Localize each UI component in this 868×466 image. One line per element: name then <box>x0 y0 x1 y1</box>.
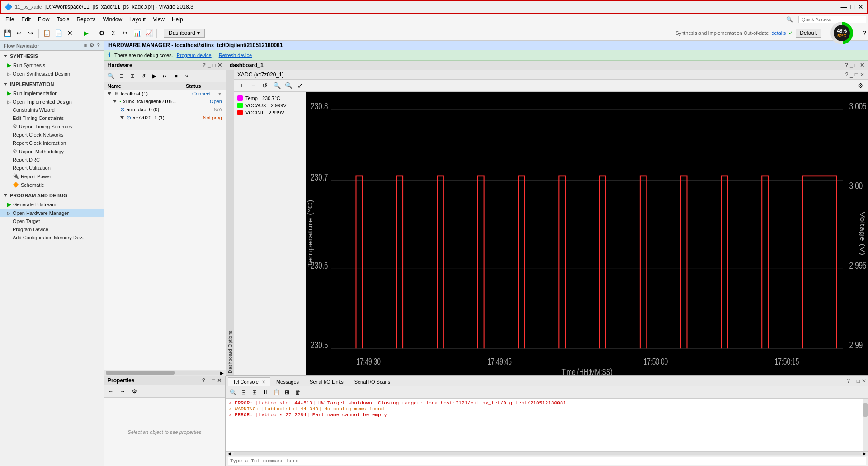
dashboard-help-icon[interactable]: ? <box>845 62 848 68</box>
copy-button[interactable]: 📋 <box>41 28 52 38</box>
report-clock-int-item[interactable]: Report Clock Interaction <box>0 139 104 147</box>
hw-run-button[interactable]: ▶ <box>149 71 159 81</box>
hw-refresh-button[interactable]: ↺ <box>138 71 148 81</box>
xadc-zoom-out-button[interactable]: − <box>248 81 258 90</box>
menu-window[interactable]: Window <box>99 15 126 24</box>
xadc-settings-button[interactable]: ⚙ <box>855 81 865 90</box>
menu-file[interactable]: File <box>2 15 18 24</box>
hw-scrollbar-thumb[interactable] <box>106 371 175 375</box>
report-drc-item[interactable]: Report DRC <box>0 156 104 164</box>
xadc-zoom-in-button[interactable]: + <box>236 81 246 90</box>
xadc-zoom-fit-button[interactable]: 🔍 <box>272 81 282 90</box>
minimize-button[interactable]: — <box>841 3 847 10</box>
hw-search-button[interactable]: 🔍 <box>106 71 116 81</box>
console-search-button[interactable]: 🔍 <box>228 387 238 397</box>
edit-timing-item[interactable]: Edit Timing Constraints <box>0 114 104 122</box>
tab-serial-io-links[interactable]: Serial I/O Links <box>305 377 349 386</box>
report-timing-item[interactable]: ⚙ Report Timing Summary <box>0 122 104 131</box>
hw-minimize-icon[interactable]: _ <box>208 62 211 68</box>
hw-fast-forward-button[interactable]: ⏭ <box>160 71 170 81</box>
menu-help[interactable]: Help <box>168 15 187 24</box>
console-close-icon[interactable]: ✕ <box>862 378 866 384</box>
hw-stop-button[interactable]: ■ <box>171 71 181 81</box>
dashboard-button[interactable]: Dashboard ▾ <box>164 29 205 38</box>
schematic-item[interactable]: 🔶 Schematic <box>0 181 104 189</box>
program-device-item[interactable]: Program Device <box>0 225 104 233</box>
xadc-maximize-icon[interactable]: □ <box>855 71 858 78</box>
close-button[interactable]: ✕ <box>858 3 863 10</box>
props-close-icon[interactable]: ✕ <box>217 377 222 384</box>
quick-access-input[interactable] <box>798 16 866 23</box>
sigma-button[interactable]: Σ <box>108 28 119 38</box>
gen-bitstream-item[interactable]: ▶ Generate Bitstream <box>0 200 104 209</box>
dashboard-minimize-icon[interactable]: _ <box>850 62 853 68</box>
open-impl-item[interactable]: ▷ Open Implemented Design <box>0 98 104 106</box>
redo-button[interactable]: ↪ <box>25 28 36 38</box>
props-forward-button[interactable]: → <box>118 386 127 396</box>
xadc-help-icon[interactable]: ? <box>845 71 848 78</box>
console-help-icon[interactable]: ? <box>847 378 850 384</box>
tab-serial-io-scans[interactable]: Serial I/O Scans <box>349 377 395 386</box>
console-scrollbar-thumb[interactable] <box>863 403 868 417</box>
undo-button[interactable]: ↩ <box>14 28 24 38</box>
program-device-link[interactable]: Program device <box>177 52 212 58</box>
maximize-button[interactable]: □ <box>851 3 854 10</box>
xadc-close-icon[interactable]: ✕ <box>860 71 864 78</box>
props-minimize-icon[interactable]: _ <box>207 377 210 384</box>
delete-button[interactable]: ✕ <box>65 28 75 38</box>
tab-messages[interactable]: Messages <box>271 377 304 386</box>
add-config-mem-item[interactable]: Add Configuration Memory Dev... <box>0 233 104 242</box>
synthesis-section-header[interactable]: SYNTHESIS <box>0 52 104 61</box>
hw-xc7z-item[interactable]: ⊙ xc7z020_1 (1) Not prog <box>104 114 226 122</box>
xadc-zoom-out2-button[interactable]: 🔍 <box>283 81 293 90</box>
dashboard-close-icon[interactable]: ✕ <box>860 62 864 68</box>
help-button[interactable]: ? <box>863 29 866 37</box>
open-target-item[interactable]: Open Target <box>0 217 104 225</box>
console-vertical-scrollbar[interactable] <box>863 399 868 451</box>
report-util-item[interactable]: Report Utilization <box>0 164 104 172</box>
hw-collapse-all-button[interactable]: ⊟ <box>117 71 127 81</box>
menu-layout[interactable]: Layout <box>126 15 149 24</box>
hw-scroll-right-arrow[interactable]: ▶ <box>220 371 224 376</box>
details-link[interactable]: details <box>771 30 786 36</box>
console-delete-button[interactable]: 🗑 <box>293 387 303 397</box>
menu-tools[interactable]: Tools <box>53 15 73 24</box>
props-back-button[interactable]: ← <box>106 386 116 396</box>
tab-tcl-console[interactable]: Tcl Console ✕ <box>228 377 270 386</box>
dashboard-options-sidebar[interactable]: Dashboard Options <box>226 70 234 375</box>
run-button[interactable]: ▶ <box>80 28 91 38</box>
menu-reports[interactable]: Reports <box>73 15 99 24</box>
open-synth-item[interactable]: ▷ Open Synthesized Design <box>0 70 104 78</box>
console-expand-button[interactable]: ⊞ <box>250 387 259 397</box>
hw-arm-item[interactable]: ⊙ arm_dap_0 (0) N/A <box>104 105 226 114</box>
report-clock-net-item[interactable]: Report Clock Networks <box>0 131 104 139</box>
save-button[interactable]: 💾 <box>2 28 13 38</box>
settings-button[interactable]: ⚙ <box>96 28 107 38</box>
tb-btn-5[interactable]: ✂ <box>120 28 131 38</box>
console-copy-button[interactable]: 📋 <box>271 387 281 397</box>
run-synthesis-item[interactable]: ▶ Run Synthesis <box>0 61 104 70</box>
props-settings-button[interactable]: ⚙ <box>129 386 139 396</box>
xadc-minimize-icon[interactable]: _ <box>850 71 853 78</box>
menu-view[interactable]: View <box>149 15 168 24</box>
hw-more-button[interactable]: » <box>182 71 192 81</box>
flow-nav-settings[interactable]: ⚙ <box>90 43 94 48</box>
hw-help-icon[interactable]: ? <box>203 62 206 68</box>
hw-localhost-item[interactable]: 🖥 localhost (1) Connect... ▼ <box>104 90 226 97</box>
tb-btn-7[interactable]: 📈 <box>143 28 154 38</box>
xadc-refresh-button[interactable]: ↺ <box>260 81 270 90</box>
hw-close-icon[interactable]: ✕ <box>217 62 222 68</box>
open-hw-mgr-item[interactable]: ▷ Open Hardware Manager <box>0 209 104 217</box>
impl-section-header[interactable]: IMPLEMENTATION <box>0 80 104 89</box>
console-pause-button[interactable]: ⏸ <box>260 387 270 397</box>
dashboard-maximize-icon[interactable]: □ <box>855 62 858 68</box>
tcl-console-close[interactable]: ✕ <box>262 380 265 385</box>
props-maximize-icon[interactable]: □ <box>212 377 215 384</box>
console-maximize-icon[interactable]: □ <box>857 378 860 384</box>
default-layout-button[interactable]: Default <box>796 29 821 38</box>
paste-button[interactable]: 📄 <box>53 28 64 38</box>
run-impl-item[interactable]: ▶ Run Implementation <box>0 89 104 98</box>
xadc-expand-button[interactable]: ⤢ <box>295 81 305 90</box>
refresh-device-link[interactable]: Refresh device <box>219 52 252 58</box>
constraints-wizard-item[interactable]: Constraints Wizard <box>0 106 104 114</box>
